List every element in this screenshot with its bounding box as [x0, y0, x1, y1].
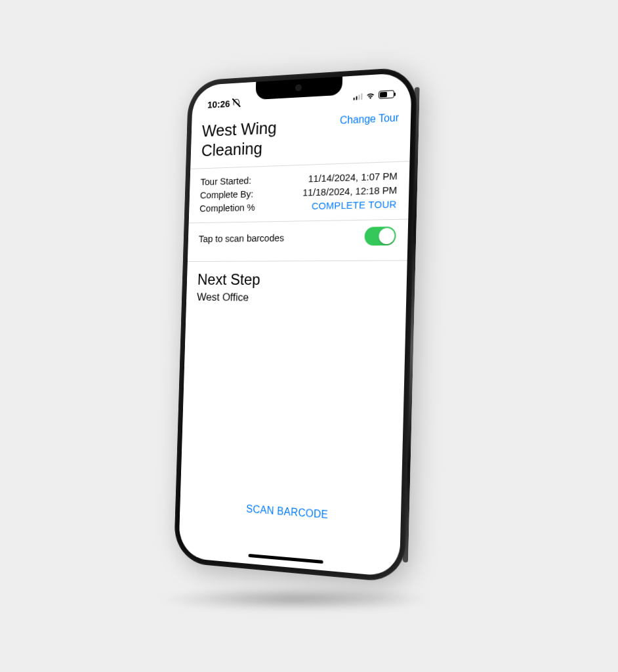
complete-tour-button[interactable]: COMPLETE TOUR	[312, 199, 397, 212]
home-indicator[interactable]	[249, 554, 323, 564]
wifi-icon	[365, 91, 375, 99]
phone-frame: 10:26	[174, 67, 417, 583]
phone-mockup: 10:26	[174, 67, 417, 583]
screen: 10:26	[178, 72, 412, 578]
tour-started-value: 11/14/2024, 1:07 PM	[308, 171, 398, 184]
phone-shadow	[156, 588, 434, 610]
next-step-heading: Next Step	[197, 261, 396, 289]
front-camera-icon	[295, 84, 302, 91]
page-title: West Wing Cleaning	[201, 116, 311, 161]
notch	[255, 77, 342, 100]
content-area: West Wing Cleaning Change Tour Tour Star…	[186, 104, 411, 306]
scan-barcode-button[interactable]: SCAN BARCODE	[180, 498, 401, 526]
battery-level	[380, 92, 387, 98]
tap-to-scan-label: Tap to scan barcodes	[199, 232, 285, 244]
cellular-signal-icon	[353, 92, 362, 100]
next-step-value: West Office	[197, 289, 395, 306]
tap-to-scan-toggle[interactable]	[364, 227, 396, 246]
completion-label: Completion %	[199, 202, 255, 214]
battery-icon	[379, 90, 394, 98]
status-time: 10:26	[207, 98, 230, 110]
change-tour-button[interactable]: Change Tour	[340, 112, 399, 127]
complete-by-value: 11/18/2024, 12:18 PM	[302, 184, 397, 198]
complete-by-label: Complete By:	[200, 188, 254, 201]
tour-started-label: Tour Started:	[200, 175, 251, 188]
toggle-knob	[379, 228, 395, 245]
tour-info: Tour Started: 11/14/2024, 1:07 PM Comple…	[199, 162, 398, 215]
silent-mode-icon	[232, 98, 241, 107]
